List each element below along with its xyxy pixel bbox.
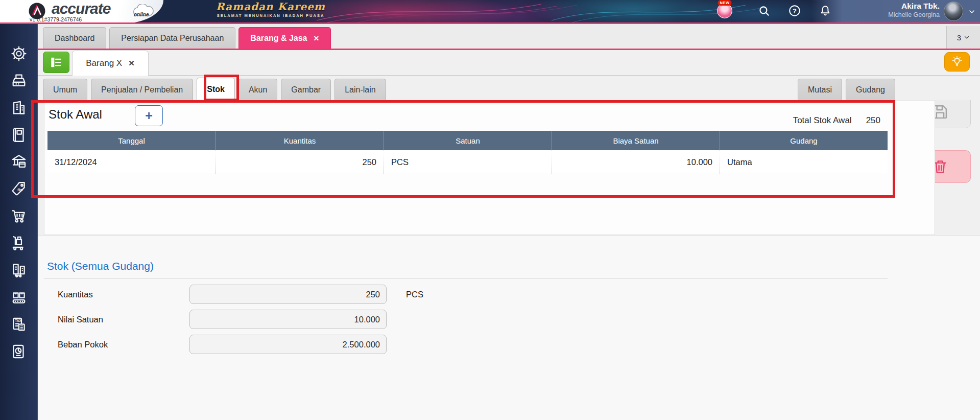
logo-area: accurate online v1.0.1#3779-2476746 (0, 0, 163, 22)
stok-awal-panel: Stok Awal + Total Stok Awal 250 Tanggal … (44, 100, 935, 235)
tax-icon[interactable]: TAX (10, 316, 28, 333)
banner-title: Ramadan Kareem (189, 1, 352, 13)
avatar[interactable] (944, 2, 963, 21)
col-biaya-satuan: Biaya Satuan (552, 131, 720, 150)
reports-icon[interactable] (10, 343, 28, 360)
search-icon[interactable] (757, 4, 771, 17)
col-gudang: Gudang (720, 131, 888, 150)
subtab-penjualan-pembelian[interactable]: Penjualan / Pembelian (91, 79, 193, 100)
subtab-lain-lain[interactable]: Lain-lain (334, 79, 386, 100)
subtab-umum[interactable]: Umum (43, 79, 87, 100)
tips-button[interactable] (944, 52, 970, 72)
subtab-gudang[interactable]: Gudang (846, 79, 895, 100)
kuantitas-label: Kuantitas (58, 285, 180, 304)
user-menu[interactable]: Akira Tbk. Michelle Georgina (888, 2, 940, 18)
kuantitas-unit-label: PCS (406, 285, 423, 304)
tab-overflow-button[interactable]: 3 (946, 26, 980, 49)
stok-awal-table: Tanggal Kuantitas Satuan Biaya Satuan Gu… (47, 131, 888, 174)
price-tag-rp-icon[interactable]: Rp (10, 180, 28, 198)
ramadan-banner: Ramadan Kareem SELAMAT MENUNAIKAN IBADAH… (189, 1, 352, 18)
chevron-down-icon (964, 34, 970, 40)
version-label: v1.0.1#3779-2476746 (30, 16, 82, 22)
sidebar-nav: Rp (0, 24, 38, 420)
company-building-icon[interactable] (10, 99, 28, 116)
company-name: Akira Tbk. (888, 2, 940, 11)
subtab-akun[interactable]: Akun (238, 79, 277, 100)
cell-biaya-satuan: 10.000 (552, 150, 720, 174)
header-accent-line (0, 22, 980, 24)
new-badge: NEW (718, 0, 732, 6)
plus-icon: + (145, 108, 153, 123)
stok-semua-gudang-title: Stok (Semua Gudang) (47, 260, 154, 272)
total-stok-awal: Total Stok Awal 250 (793, 115, 880, 126)
document-tab-row: Barang X ✕ (38, 50, 980, 76)
lightbulb-icon (951, 56, 963, 68)
section-divider (44, 278, 888, 279)
svg-text:TAX: TAX (15, 319, 21, 322)
list-icon (50, 56, 63, 69)
purchases-cart-icon[interactable] (10, 207, 28, 225)
document-tab-barang-x[interactable]: Barang X ✕ (72, 51, 149, 76)
stok-awal-title: Stok Awal (49, 107, 102, 122)
user-name: Michelle Georgina (888, 11, 940, 18)
total-stok-awal-label: Total Stok Awal (793, 115, 852, 126)
app-header: accurate online v1.0.1#3779-2476746 Rama… (0, 0, 980, 22)
nilai-satuan-field: 10.000 (189, 310, 387, 329)
tab-dashboard[interactable]: Dashboard (43, 27, 106, 49)
item-list-button[interactable] (43, 52, 69, 73)
inventory-trolley-icon[interactable] (10, 235, 28, 252)
cell-tanggal: 31/12/2024 (47, 150, 216, 174)
svg-text:Rp: Rp (17, 188, 23, 192)
notifications-bell-icon[interactable] (819, 4, 832, 17)
table-header: Tanggal Kuantitas Satuan Biaya Satuan Gu… (47, 131, 888, 150)
cell-kuantitas: 250 (216, 150, 384, 174)
beban-pokok-label: Beban Pokok (58, 335, 180, 354)
main-tabbar: Dashboard Persiapan Data Perusahaan Bara… (38, 24, 980, 50)
nilai-satuan-label: Nilai Satuan (58, 310, 180, 329)
table-row[interactable]: 31/12/2024 250 PCS 10.000 Utama (47, 150, 888, 174)
online-label: online (134, 12, 149, 17)
tab-persiapan-data-perusahaan[interactable]: Persiapan Data Perusahaan (109, 27, 235, 49)
col-tanggal: Tanggal (47, 131, 216, 150)
fixed-assets-icon[interactable] (10, 262, 28, 279)
add-stok-awal-button[interactable]: + (135, 105, 163, 126)
close-icon[interactable]: ✕ (128, 59, 135, 68)
manufacture-conveyor-icon[interactable] (10, 289, 28, 306)
col-satuan: Satuan (384, 131, 552, 150)
total-stok-awal-value: 250 (866, 115, 880, 126)
subtab-stok[interactable]: Stok (197, 78, 235, 100)
brand-wordmark: accurate (52, 0, 110, 17)
subtab-row: Umum Penjualan / Pembelian Stok Akun Gam… (38, 76, 980, 100)
settings-icon[interactable] (10, 45, 28, 62)
bank-icon[interactable] (10, 153, 28, 171)
subtab-mutasi[interactable]: Mutasi (798, 79, 842, 100)
cash-register-icon[interactable] (10, 72, 28, 89)
chevron-down-icon[interactable] (968, 8, 976, 16)
cell-satuan: PCS (384, 150, 552, 174)
beban-pokok-field: 2.500.000 (189, 335, 387, 354)
whats-new-icon[interactable]: NEW (717, 3, 732, 18)
cloud-online-icon: online (129, 4, 158, 19)
subtab-gambar[interactable]: Gambar (281, 79, 331, 100)
svg-text:?: ? (793, 7, 797, 15)
col-kuantitas: Kuantitas (216, 131, 384, 150)
cell-gudang: Utama (720, 150, 888, 174)
app-window: accurate online v1.0.1#3779-2476746 Rama… (0, 0, 980, 420)
kuantitas-field: 250 (189, 285, 387, 304)
close-icon[interactable]: ✕ (313, 34, 319, 42)
journal-book-icon[interactable] (10, 126, 28, 144)
banner-subtitle: SELAMAT MENUNAIKAN IBADAH PUASA (189, 13, 352, 18)
help-icon[interactable]: ? (788, 4, 801, 17)
tab-barang-jasa[interactable]: Barang & Jasa ✕ (238, 27, 331, 49)
